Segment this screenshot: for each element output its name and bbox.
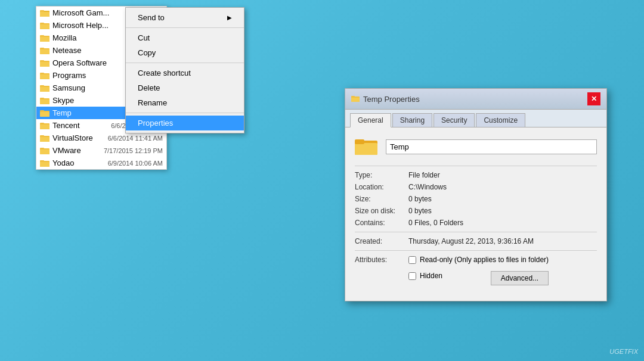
svg-rect-36 [40, 148, 44, 150]
svg-rect-11 [40, 49, 49, 54]
dialog-body: Type: File folder Location: C:\Windows S… [345, 127, 606, 301]
file-item-label: Skype [52, 96, 74, 105]
svg-rect-9 [40, 35, 44, 37]
file-item-label: Programs [52, 71, 86, 80]
tab-customize[interactable]: Customize [476, 113, 525, 127]
readonly-label: Read-only (Only applies to files in fold… [420, 256, 549, 264]
context-menu-cut[interactable]: Cut [126, 30, 244, 45]
context-menu-create-shortcut-label: Create shortcut [138, 69, 191, 77]
svg-rect-27 [40, 110, 44, 112]
file-item-label: Netease [52, 46, 81, 55]
prop-type-label: Type: [355, 171, 408, 179]
svg-rect-35 [40, 150, 49, 154]
svg-rect-5 [40, 24, 49, 29]
advanced-row: Advanced... [491, 271, 549, 285]
dialog-title-left: Temp Properties [351, 95, 420, 104]
prop-location: Location: C:\Windows [355, 183, 597, 191]
context-menu-properties[interactable]: Properties [126, 116, 244, 130]
properties-dialog: Temp Properties ✕ General Sharing Securi… [345, 88, 607, 301]
context-menu-sendto-label: Send to [138, 13, 165, 22]
prop-attributes-label: Attributes: [355, 256, 408, 288]
context-menu-separator-1 [126, 27, 244, 28]
context-menu-copy-label: Copy [138, 48, 156, 57]
context-menu: Send to ▶ Cut Copy Create shortcut Delet… [125, 7, 244, 133]
dialog-folder-row [355, 137, 597, 156]
svg-rect-20 [40, 87, 49, 92]
context-menu-separator-2 [126, 63, 244, 63]
svg-rect-6 [40, 23, 44, 24]
file-item-label: Samsung [52, 83, 85, 92]
hidden-checkbox[interactable] [408, 272, 416, 280]
prop-created-label: Created: [355, 237, 408, 245]
dialog-title-folder-icon [351, 95, 360, 102]
prop-size-on-disk-label: Size on disk: [355, 207, 408, 215]
file-item-label: Opera Software [52, 58, 107, 67]
svg-rect-33 [40, 135, 44, 137]
prop-size-on-disk: Size on disk: 0 bytes [355, 207, 597, 215]
prop-attributes: Attributes: Read-only (Only applies to f… [355, 256, 597, 288]
file-item-yodao[interactable]: Yodao 6/9/2014 10:06 AM [36, 157, 166, 169]
context-menu-delete-label: Delete [138, 83, 160, 92]
dialog-tabs: General Sharing Security Customize [345, 110, 606, 127]
file-item-label: Microsoft Gam... [52, 8, 109, 17]
svg-rect-38 [40, 162, 49, 167]
folder-name-input[interactable] [386, 139, 597, 154]
dialog-titlebar: Temp Properties ✕ [345, 89, 606, 110]
prop-location-value: C:\Windows [408, 183, 447, 191]
advanced-button[interactable]: Advanced... [491, 271, 549, 285]
svg-rect-26 [40, 112, 49, 117]
prop-created-value: Thursday, August 22, 2013, 9:36:16 AM [408, 237, 534, 245]
context-menu-rename-label: Rename [138, 98, 167, 107]
dialog-close-button[interactable]: ✕ [587, 92, 600, 105]
context-menu-rename[interactable]: Rename [126, 95, 244, 110]
file-item-label: Yodao [52, 158, 74, 167]
file-item-label: Tencent [52, 121, 80, 130]
hidden-label: Hidden [420, 272, 442, 280]
context-menu-copy[interactable]: Copy [126, 45, 244, 60]
prop-size-label: Size: [355, 195, 408, 203]
tab-sharing[interactable]: Sharing [392, 113, 432, 127]
file-item-date: 6/9/2014 10:06 AM [103, 160, 163, 167]
file-item-label: Microsoft Help... [52, 21, 109, 30]
attributes-checkboxes: Read-only (Only applies to files in fold… [408, 256, 549, 288]
svg-rect-23 [40, 99, 49, 104]
prop-location-label: Location: [355, 183, 408, 191]
file-item-date: 6/6/2014 11:41 AM [103, 135, 163, 142]
tab-security[interactable]: Security [434, 113, 475, 127]
watermark: UGETFIX [609, 348, 638, 355]
prop-contains: Contains: 0 Files, 0 Folders [355, 219, 597, 227]
svg-rect-2 [40, 12, 49, 17]
svg-rect-44 [355, 143, 377, 155]
prop-contains-label: Contains: [355, 219, 408, 227]
readonly-checkbox[interactable] [408, 256, 416, 264]
svg-rect-14 [40, 62, 49, 67]
file-item-date: 7/17/2015 12:19 PM [99, 147, 163, 154]
prop-size: Size: 0 bytes [355, 195, 597, 203]
file-item-label: VMware [52, 146, 81, 155]
context-menu-sendto[interactable]: Send to ▶ [126, 10, 244, 25]
svg-rect-32 [40, 137, 49, 142]
context-menu-properties-label: Properties [138, 119, 173, 127]
svg-rect-45 [355, 139, 364, 144]
svg-rect-17 [40, 74, 49, 79]
file-item-virtualstore[interactable]: VirtualStore 6/6/2014 11:41 AM [36, 132, 166, 144]
dialog-title-text: Temp Properties [363, 95, 420, 104]
context-menu-separator-3 [126, 113, 244, 113]
dialog-folder-big-icon [355, 137, 377, 156]
svg-rect-30 [40, 123, 44, 125]
prop-size-value: 0 bytes [408, 195, 432, 203]
file-item-vmware[interactable]: VMware 7/17/2015 12:19 PM [36, 144, 166, 157]
svg-rect-39 [40, 160, 44, 162]
context-menu-delete[interactable]: Delete [126, 80, 244, 95]
svg-rect-15 [40, 60, 44, 62]
svg-rect-18 [40, 73, 44, 74]
tab-general[interactable]: General [350, 113, 391, 127]
prop-type: Type: File folder [355, 171, 597, 179]
context-menu-cut-label: Cut [138, 33, 150, 42]
file-item-label: Mozilla [52, 33, 76, 42]
prop-type-value: File folder [408, 171, 440, 179]
svg-rect-8 [40, 37, 49, 42]
svg-rect-29 [40, 125, 49, 129]
prop-size-on-disk-value: 0 bytes [408, 207, 432, 215]
context-menu-create-shortcut[interactable]: Create shortcut [126, 66, 244, 80]
